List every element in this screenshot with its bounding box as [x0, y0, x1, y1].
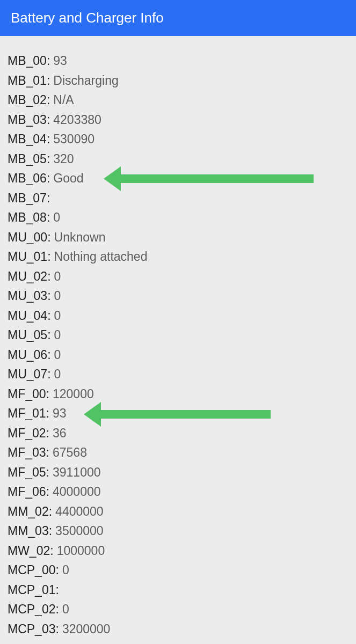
info-row: MF_00:120000	[8, 384, 348, 404]
info-key: MB_04	[8, 129, 47, 149]
separator: :	[46, 384, 49, 404]
separator: :	[47, 345, 50, 365]
info-value: 0	[54, 325, 61, 345]
info-row: MU_03:0	[8, 286, 348, 306]
separator: :	[49, 521, 52, 541]
separator: :	[46, 463, 49, 482]
separator: :	[55, 560, 59, 580]
info-key: MB_08	[8, 208, 47, 228]
separator: :	[47, 364, 50, 384]
info-list: MB_00:93 MB_01:Discharging MB_02:N/A MB_…	[0, 36, 356, 639]
info-key: MCP_02	[8, 599, 55, 619]
info-key: MF_05	[8, 463, 46, 482]
annotation-arrow-icon	[119, 174, 314, 183]
info-key: MF_02	[8, 423, 46, 443]
annotation-arrow-icon	[99, 410, 271, 419]
info-row: MF_06:4000000	[8, 482, 348, 502]
info-key: MB_06	[8, 169, 47, 188]
info-value: 0	[54, 267, 61, 287]
info-key: MU_00	[8, 228, 47, 247]
info-key: MM_03	[8, 521, 49, 541]
separator: :	[47, 149, 50, 169]
info-row: MM_02:4400000	[8, 502, 348, 522]
info-key: MU_01	[8, 247, 47, 267]
separator: :	[47, 286, 50, 306]
info-row: MB_08:0	[8, 208, 348, 228]
info-value: 120000	[53, 384, 94, 404]
info-value: N/A	[53, 90, 74, 110]
info-value: 93	[53, 51, 67, 71]
separator: :	[55, 580, 59, 600]
info-row: MU_06:0	[8, 345, 348, 365]
page-title: Battery and Charger Info	[11, 10, 164, 26]
info-value: 67568	[53, 443, 87, 463]
info-key: MU_03	[8, 286, 47, 306]
info-key: MB_01	[8, 71, 47, 91]
info-value: 0	[54, 286, 61, 306]
info-row: MU_02:0	[8, 267, 348, 287]
separator: :	[46, 443, 49, 463]
separator: :	[55, 619, 59, 639]
info-row: MCP_01:	[8, 580, 348, 600]
info-row: MU_04:0	[8, 306, 348, 326]
info-key: MU_04	[8, 306, 47, 326]
info-value: Nothing attached	[54, 247, 148, 267]
info-key: MB_02	[8, 90, 47, 110]
info-value: 4400000	[55, 502, 104, 522]
info-value: 0	[54, 345, 61, 365]
separator: :	[50, 541, 53, 561]
info-key: MU_05	[8, 325, 47, 345]
info-key: MF_06	[8, 482, 46, 502]
info-value: 3911000	[53, 463, 101, 482]
separator: :	[47, 228, 50, 247]
info-row: MCP_02:0	[8, 599, 348, 619]
info-row: MM_03:3500000	[8, 521, 348, 541]
separator: :	[46, 404, 49, 423]
info-key: MW_02	[8, 541, 50, 561]
separator: :	[46, 423, 49, 443]
info-value: Good	[53, 169, 83, 188]
info-row: MB_02:N/A	[8, 90, 348, 110]
info-row: MU_05:0	[8, 325, 348, 345]
info-value: 0	[54, 364, 61, 384]
separator: :	[49, 502, 52, 522]
separator: :	[47, 51, 50, 71]
separator: :	[46, 482, 49, 502]
info-row: MF_05:3911000	[8, 463, 348, 482]
info-value: Unknown	[54, 228, 106, 247]
info-row: MB_04:530090	[8, 129, 348, 149]
info-key: MU_07	[8, 364, 47, 384]
info-row: MU_01:Nothing attached	[8, 247, 348, 267]
separator: :	[47, 110, 50, 130]
separator: :	[47, 188, 50, 208]
info-row: MF_02:36	[8, 423, 348, 443]
info-value: 0	[54, 306, 61, 326]
info-row: MB_05:320	[8, 149, 348, 169]
info-value: 93	[53, 404, 67, 423]
separator: :	[47, 90, 50, 110]
info-value: 1000000	[57, 541, 105, 561]
info-key: MF_01	[8, 404, 46, 423]
info-key: MCP_01	[8, 580, 55, 600]
info-key: MCP_03	[8, 619, 55, 639]
separator: :	[47, 129, 50, 149]
info-key: MB_03	[8, 110, 47, 130]
info-value: 530090	[53, 129, 95, 149]
separator: :	[47, 325, 50, 345]
info-value: 0	[62, 599, 69, 619]
info-value: 0	[62, 560, 69, 580]
info-row: MCP_03:3200000	[8, 619, 348, 639]
info-value: 3200000	[62, 619, 111, 639]
separator: :	[47, 169, 50, 188]
info-row: MF_03:67568	[8, 443, 348, 463]
page-header: Battery and Charger Info	[0, 0, 356, 36]
info-value: Discharging	[53, 71, 118, 91]
info-value: 36	[53, 423, 67, 443]
info-key: MCP_00	[8, 560, 55, 580]
separator: :	[47, 306, 50, 326]
info-row: MB_01:Discharging	[8, 71, 348, 91]
info-row: MB_07:	[8, 188, 348, 208]
info-row: MU_07:0	[8, 364, 348, 384]
info-key: MF_03	[8, 443, 46, 463]
info-row: MB_00:93	[8, 51, 348, 71]
